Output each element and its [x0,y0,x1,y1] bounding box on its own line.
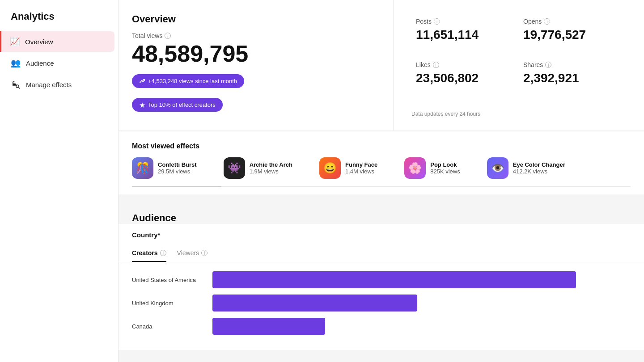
pop-look-name: Pop Look [430,161,460,168]
tabs-row: Creators i Viewers i [119,245,644,262]
shares-info-icon[interactable]: i [545,62,551,68]
views-badge: +4,533,248 views since last month [132,74,244,88]
country-label: Country* [119,224,644,239]
tab-creators[interactable]: Creators i [132,245,166,262]
overview-title: Overview [132,13,375,25]
total-views-number: 48,589,795 [132,42,375,65]
archie-arch-name: Archie the Arch [250,161,292,168]
data-updates-text: Data updates every 24 hours [411,106,626,117]
audience-header: Audience [119,202,644,224]
most-viewed-title: Most viewed effects [132,142,631,150]
effects-scrollbar-track[interactable] [132,186,631,187]
sidebar-item-audience[interactable]: 👥 Audience [4,53,114,73]
bar-track-usa [212,271,631,288]
effect-item-funny[interactable]: 😄 Funny Face 1.4M views [319,157,377,179]
funny-face-views: 1.4M views [345,168,377,175]
shares-value: 2,392,921 [523,71,617,85]
effect-item-archie[interactable]: 👾 Archie the Arch 1.9M views [224,157,292,179]
manage-effects-icon [11,80,21,89]
bar-fill-uk [212,295,417,311]
top-creator-badge: Top 10% of effect creators [132,98,223,112]
opens-info-icon[interactable]: i [544,18,550,25]
sidebar-item-manage-effects-label: Manage effects [26,81,72,88]
confetti-burst-icon: 🎊 [132,157,153,179]
effect-item-eye[interactable]: 👁️ Eye Color Changer 412.2K views [487,157,565,179]
effect-item-confetti[interactable]: 🎊 Confetti Burst 29.5M views [132,157,197,179]
eye-color-changer-name: Eye Color Changer [513,161,565,168]
total-views-info-icon[interactable]: i [165,33,171,39]
bar-row-uk: United Kingdom [132,295,631,311]
bar-track-canada [212,318,631,335]
funny-face-icon: 😄 [319,157,341,179]
eye-color-changer-icon: 👁️ [487,157,508,179]
sidebar-item-overview[interactable]: 📈 Overview [0,31,114,52]
bar-track-uk [212,295,631,311]
audience-section: Country* Creators i Viewers i United Sta… [119,224,644,350]
overview-left: Overview Total views i 48,589,795 +4,533… [119,0,394,130]
bar-fill-usa [212,271,576,288]
sidebar-item-manage-effects[interactable]: Manage effects [4,74,114,95]
sidebar: Analytics 📈 Overview 👥 Audience Manage e… [0,0,119,362]
posts-info-icon[interactable]: i [434,18,440,25]
bar-fill-canada [212,318,325,335]
sidebar-nav: 📈 Overview 👥 Audience Manage effects [0,31,118,95]
posts-value: 11,651,114 [416,28,510,42]
overview-top: Overview Total views i 48,589,795 +4,533… [119,0,644,131]
viewers-info-icon[interactable]: i [201,250,208,256]
creators-info-icon[interactable]: i [160,250,166,256]
sidebar-title: Analytics [0,0,118,31]
confetti-burst-views: 29.5M views [158,168,197,175]
most-viewed-section: Most viewed effects 🎊 Confetti Burst 29.… [119,131,644,194]
likes-value: 23,506,802 [416,71,510,85]
overview-stats-grid: Posts i 11,651,114 Opens i 19,776,527 Li… [394,0,644,130]
likes-info-icon[interactable]: i [433,62,439,68]
eye-color-changer-views: 412.2K views [513,168,565,175]
bar-label-uk: United Kingdom [132,300,212,307]
opens-value: 19,776,527 [523,28,617,42]
bar-label-canada: Canada [132,323,212,330]
svg-marker-2 [140,102,145,108]
bar-row-canada: Canada [132,318,631,335]
stat-likes: Likes i 23,506,802 [411,57,519,100]
audience-icon: 👥 [11,58,21,68]
sidebar-item-audience-label: Audience [26,59,54,67]
funny-face-name: Funny Face [345,161,377,168]
effect-item-pop[interactable]: 🌸 Pop Look 825K views [404,157,460,179]
stat-opens: Opens i 19,776,527 [519,13,626,57]
audience-spacer: Audience [119,194,644,224]
stat-posts: Posts i 11,651,114 [411,13,519,57]
archie-arch-icon: 👾 [224,157,245,179]
archie-arch-views: 1.9M views [250,168,292,175]
bar-chart: United States of America United Kingdom … [119,262,644,350]
effects-row: 🎊 Confetti Burst 29.5M views 👾 Archie th… [132,157,631,179]
overview-icon: 📈 [10,37,20,46]
total-views-label: Total views i [132,32,375,39]
sidebar-item-overview-label: Overview [25,38,53,46]
stat-shares: Shares i 2,392,921 [519,57,626,100]
bar-row-usa: United States of America [132,271,631,288]
pop-look-icon: 🌸 [404,157,426,179]
overview-section: Overview Total views i 48,589,795 +4,533… [119,0,644,194]
pop-look-views: 825K views [430,168,460,175]
bar-label-usa: United States of America [132,277,212,283]
confetti-burst-name: Confetti Burst [158,161,197,168]
effects-scrollbar-thumb [132,186,221,187]
main-content: Overview Total views i 48,589,795 +4,533… [119,0,644,362]
svg-line-1 [19,88,20,89]
tab-viewers[interactable]: Viewers i [177,245,208,262]
